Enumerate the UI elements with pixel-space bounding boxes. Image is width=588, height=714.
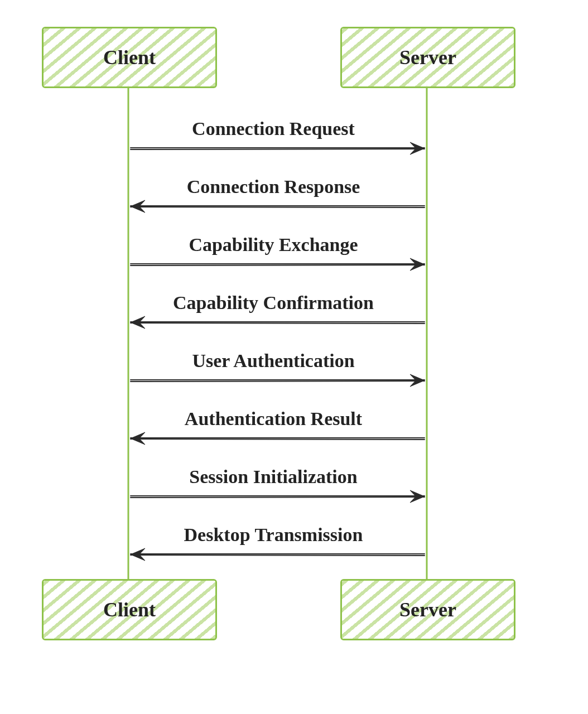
server-label-bottom: Server [399,598,456,621]
server-actor-bottom: Server [340,579,515,640]
client-actor-top: Client [42,27,217,88]
client-label-top: Client [103,46,156,69]
server-actor-top: Server [340,27,515,88]
message-label: Connection Request [128,118,418,139]
message-label: Session Initialization [128,466,418,488]
server-label-top: Server [399,46,456,69]
client-actor-bottom: Client [42,579,217,640]
message-label: Capability Confirmation [128,292,418,313]
client-label-bottom: Client [103,598,156,621]
message-label: Desktop Transmission [128,524,418,546]
message-label: Capability Exchange [128,234,418,255]
message-label: User Authentication [128,350,418,372]
message-label: Authentication Result [128,408,418,430]
message-label: Connection Response [128,176,418,197]
